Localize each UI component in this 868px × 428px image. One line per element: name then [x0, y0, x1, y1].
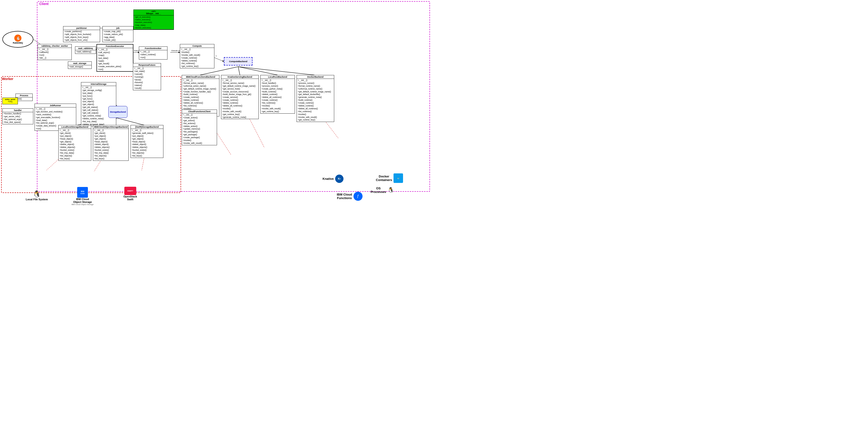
knativeserving-backend-title: KnativeServingBackend [221, 75, 258, 79]
compute-title: Compute [180, 44, 214, 48]
swift-storage-title: [Swift]StorageBackend [131, 125, 163, 129]
wait-rabbitmq-title: wait_rabbitmq [75, 47, 96, 50]
knativeserving-backend-box: KnativeServingBackend +__init__() +forma… [221, 75, 259, 119]
ibm-functions-logo: ƒ [353, 192, 363, 201]
wait-storage-box: wait_storage +wait_storage() [68, 61, 92, 69]
jobrunner-title: JobRunner [35, 104, 76, 108]
functioninvoker-box: FunctionInvoker +__init__() +select_runt… [139, 47, 167, 60]
ibmcos-storage-box: IBMCloudObjectStorageBackend +__init__()… [93, 125, 129, 161]
process-body: +init() [16, 97, 32, 101]
wait-rabbitmq-body: +wait_rabbitmq() [75, 50, 96, 54]
handler-body: +function_handler() +get_server_info() +… [3, 112, 33, 124]
os-processes-node: OSProcesses 🐧 [371, 186, 394, 194]
functioninvoker-body: +__init__() +select_runtime() +run() [139, 50, 167, 59]
compute-body: +__init__() +invoke() +invoke_with_resul… [180, 48, 214, 68]
ibmcos-storage-body: +__init__() +get_client() +put_object() … [93, 129, 128, 160]
knative-node: Knative Kn [322, 175, 343, 183]
docker-backend-title: DockerBackend [297, 75, 334, 79]
rabbitmq-node: 🐇 RabbitMQ [2, 31, 33, 48]
openstack-swift-node: SWIFT OpenStackSwift [123, 187, 137, 201]
wait-storage-title: wait_storage [68, 62, 91, 65]
job-body: +create_map_job() +create_reduce_job() +… [103, 30, 133, 42]
lithops-init-title: «DP» lithops__init__ [134, 10, 174, 16]
rabbitmq-checker-box: rabbitmq_checker_worker +__init__() +cal… [38, 44, 72, 60]
process-title: Process [16, 94, 32, 97]
docker-backend-body: +__init__() +process_runner() +format_ru… [297, 79, 334, 122]
cloudfunctionsclient-body: +__init__() +create_action() +get_action… [182, 113, 217, 145]
diagram-container: Check Completion 1 Check Completion 2 Ex… [0, 0, 434, 214]
worker-region-label: Worker [2, 77, 13, 81]
rabbitmq-checker-title: rabbitmq_checker_worker [38, 44, 71, 48]
swift-storage-body: +__init__() +generate_swift_token() +put… [131, 129, 163, 158]
partitioner-body: +create_partitions() +split_objects_from… [63, 30, 100, 42]
rabbitmq-icon: 🐇 [14, 34, 22, 42]
localhost-backend-box: LocalhostBackend +__init__() +local_hand… [260, 75, 295, 114]
localhost-storage-body: +__init__() +get_client() +put_object() … [59, 129, 91, 160]
ibmcloudfunctions-backend-title: IBMCloudFunctionsBackend [182, 75, 219, 79]
computebackend-box: ComputeBackend [224, 57, 252, 65]
rabbitmq-checker-body: +__init__() +callback() +run() +del__() [38, 48, 71, 60]
responsefuture-box: ResponseFuture +__init__() +set_state() … [133, 63, 161, 90]
responsefuture-title: ResponseFuture [133, 63, 161, 67]
docker-containers-node: DockerContainers 🐳 [376, 174, 403, 183]
lithops-init-box: «DP» lithops__init__ +get_ct_executor() … [133, 9, 174, 30]
wait-rabbitmq-box: wait_rabbitmq +wait_rabbitmq() [75, 47, 96, 54]
job-box: job +create_map_job() +create_reduce_job… [102, 26, 133, 42]
storagebackend-node: StorageBackend [106, 106, 130, 120]
ibm-cos-node: IBMCOS IBM CloudObject Storage IBM Cloud… [71, 187, 94, 206]
ibm-cloud-functions-node: IBM CloudFunctions ƒ [337, 192, 363, 201]
functionexecutor-box: FunctionExecutor +__init__() +call_async… [96, 44, 133, 72]
partitioner-box: partitioner +create_partitions() +split_… [63, 26, 100, 42]
knative-logo: Kn [335, 175, 343, 183]
knativeserving-backend-body: +__init__() +format_service_name() +get_… [221, 79, 258, 119]
partitioner-title: partitioner [63, 26, 100, 30]
responsefuture-body: +__init__() +set_state() +cancel() +runn… [133, 67, 161, 90]
docker-logo: 🐳 [394, 174, 403, 183]
functionexecutor-title: FunctionExecutor [97, 44, 133, 48]
localhost-storage-box: LocalhostStorageBackend +__init__() +get… [58, 125, 91, 161]
swift-storage-box: [Swift]StorageBackend +__init__() +gener… [130, 125, 163, 158]
lithops-stereotype: «DP» [134, 10, 173, 12]
lithops-init-body: +get_ct_executor() +native_executor() +f… [134, 16, 174, 30]
compute-box: Compute +__init__() +invoke() +invoke_wi… [180, 44, 214, 68]
localhost-backend-body: +__init__() +local_handler() +process_ru… [260, 79, 294, 113]
client-region-label: Client [39, 2, 49, 6]
ibmcos-storage-title: IBMCloudObjectStorageBackend [93, 125, 128, 129]
entry-point-box: entry_point +init() [2, 98, 18, 104]
local-filesystem-node: 🐧 Local File System [26, 190, 48, 201]
rabbitmq-label: RabbitMQ [13, 42, 23, 44]
handler-box: handler +function_handler() +get_server_… [2, 109, 33, 124]
functioninvoker-title: FunctionInvoker [139, 47, 167, 50]
handler-title: handler [3, 109, 33, 112]
functionexecutor-body: +__init__() +call_async() +map() +put_da… [97, 48, 133, 71]
job-title: job [103, 26, 133, 30]
localhost-storage-title: LocalhostStorageBackend [59, 125, 91, 129]
internalstorage-title: InternalStorage [81, 83, 116, 86]
docker-backend-box: DockerBackend +__init__() +process_runne… [297, 75, 334, 122]
cloudfunctionsclient-title: CloudFunctionsClient [182, 110, 217, 113]
wait-storage-body: +wait_storage() [68, 65, 91, 69]
process-box: Process +init() [16, 94, 33, 101]
cloudfunctionsclient-box: CloudFunctionsClient +__init__() +create… [182, 110, 217, 145]
computebackend-label: ComputeBackend [229, 60, 247, 63]
localhost-backend-title: LocalhostBackend [260, 75, 294, 79]
